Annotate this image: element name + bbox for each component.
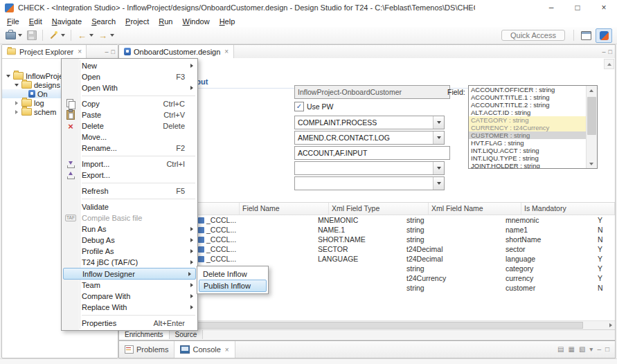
maximize-view-icon[interactable]: □	[605, 346, 609, 353]
menu-run[interactable]: Run	[154, 17, 177, 26]
field-listbox[interactable]: ACCOUNT.OFFICER : string ACCOUNT.TITLE.1…	[468, 85, 598, 169]
menu-item-open[interactable]: OpenF3	[62, 71, 197, 82]
forward-dropdown-icon[interactable]	[110, 34, 114, 37]
design-name-field[interactable]: InflowProject-OnboardCustomer	[294, 85, 450, 99]
close-button[interactable]: ×	[591, 0, 617, 15]
scrollbar-thumb[interactable]	[587, 97, 596, 135]
menu-item-refresh[interactable]: RefreshF5	[62, 185, 197, 197]
save-button[interactable]	[25, 29, 38, 42]
menu-item-new[interactable]: New	[62, 60, 197, 71]
quick-access-button[interactable]: Quick Access	[501, 30, 565, 41]
scroll-lock-icon[interactable]: ▦	[568, 346, 574, 353]
menu-edit[interactable]: Edit	[24, 17, 47, 26]
scroll-up-icon[interactable]	[587, 86, 596, 95]
field-list-item[interactable]: ACCOUNT.OFFICER : string	[469, 86, 587, 93]
menu-item-export[interactable]: Export...	[62, 170, 197, 181]
close-icon[interactable]: ×	[225, 346, 229, 354]
back-dropdown-icon[interactable]	[89, 34, 93, 37]
field-list-item[interactable]: INT.LIQU.TYPE : string	[469, 154, 587, 162]
field-list-item[interactable]: JOINT.HOLDER : string	[469, 162, 587, 168]
scroll-up-icon[interactable]	[604, 59, 614, 69]
menu-item-import[interactable]: Import...Ctrl+I	[62, 158, 197, 170]
twistie-collapsed-icon[interactable]	[13, 110, 19, 114]
process-combobox[interactable]: COMPLAINT.PROCESS	[294, 116, 445, 129]
tab-console[interactable]: Console ×	[174, 341, 235, 358]
menu-item-delete[interactable]: ×DeleteDelete	[62, 120, 197, 131]
twistie-expanded-icon[interactable]	[13, 84, 19, 87]
console-menu-icon[interactable]: ▾	[589, 346, 593, 353]
field-list-scrollbar[interactable]	[586, 86, 597, 168]
column-header-xml-field-type[interactable]: Xml Field Type	[329, 203, 429, 215]
chevron-down-icon[interactable]	[433, 116, 444, 129]
menu-item-run-as[interactable]: Run As	[62, 224, 197, 235]
back-button[interactable]: ←	[75, 29, 89, 42]
contact-log-combobox[interactable]: AMEND.CR.CONTACT.LOG	[294, 131, 445, 145]
column-header-is-mandatory[interactable]: Is Mandatory	[521, 203, 615, 215]
menu-item-copy[interactable]: CopyCtrl+C	[62, 98, 197, 109]
field-list-item-selected[interactable]: CUSTOMER : string	[469, 131, 587, 139]
menu-item-compare-with[interactable]: Compare With	[62, 291, 197, 302]
chevron-down-icon[interactable]	[433, 177, 444, 190]
menu-item-team[interactable]: Team	[62, 280, 197, 291]
minimize-view-icon[interactable]: –	[602, 48, 606, 55]
close-icon[interactable]: ×	[224, 48, 229, 55]
use-pw-checkbox[interactable]: ✓	[294, 102, 304, 111]
field-list-item[interactable]: CATEGORY : string	[469, 116, 587, 124]
design-perspective-button[interactable]	[596, 28, 612, 43]
menu-item-move[interactable]: Move...	[62, 131, 197, 143]
menu-item-validate[interactable]: Validate	[62, 201, 197, 212]
menu-window[interactable]: Window	[177, 17, 214, 26]
menu-item-replace-with[interactable]: Replace With	[62, 302, 197, 313]
menu-item-paste[interactable]: PasteCtrl+V	[62, 109, 197, 120]
menu-help[interactable]: Help	[215, 17, 240, 26]
menu-item-rename[interactable]: Rename...F2	[62, 143, 197, 154]
new-wizard-button[interactable]	[4, 29, 17, 42]
menu-file[interactable]: File	[2, 17, 24, 26]
menu-item-properties[interactable]: PropertiesAlt+Enter	[62, 318, 197, 329]
clear-console-icon[interactable]: ▤	[557, 346, 564, 353]
maximize-button[interactable]: □	[564, 0, 591, 15]
scroll-down-icon[interactable]	[587, 159, 596, 168]
chevron-down-icon[interactable]	[433, 131, 444, 144]
twistie-collapsed-icon[interactable]	[13, 101, 19, 105]
maximize-view-icon[interactable]: □	[111, 48, 115, 55]
menu-item-inflow-designer[interactable]: Inflow Designer	[63, 268, 196, 280]
chevron-down-icon[interactable]	[433, 162, 444, 174]
menu-item-debug-as[interactable]: Debug As	[62, 235, 197, 246]
menu-navigate[interactable]: Navigate	[47, 17, 87, 26]
minimize-view-icon[interactable]: –	[105, 48, 109, 55]
menu-project[interactable]: Project	[120, 17, 154, 26]
external-tools-button[interactable]	[47, 29, 60, 42]
minimize-button[interactable]: –	[538, 0, 564, 15]
tab-problems[interactable]: Problems	[119, 341, 174, 358]
column-header-field-name[interactable]: Field Name	[240, 203, 329, 215]
menu-item-open-with[interactable]: Open With	[62, 82, 197, 93]
close-icon[interactable]: ×	[78, 48, 82, 55]
field-list-item[interactable]: ALT.ACCT.ID : string	[469, 109, 587, 116]
field-list-item[interactable]: HVT.FLAG : string	[469, 139, 587, 147]
field-list-item[interactable]: ACCOUNT.TITLE.1 : string	[469, 93, 587, 101]
forward-button[interactable]: →	[96, 29, 109, 42]
open-perspective-button[interactable]	[578, 28, 594, 43]
account-version-field[interactable]: ACCOUNT,AF.INPUT	[294, 146, 450, 160]
external-tools-dropdown-icon[interactable]	[61, 34, 65, 37]
tab-onboardcustomer-design[interactable]: OnboardCustomer.design ×	[119, 45, 234, 58]
menu-search[interactable]: Search	[87, 17, 120, 26]
new-wizard-dropdown-icon[interactable]	[18, 34, 22, 37]
column-header-xml-field-name[interactable]: Xml Field Name	[429, 203, 521, 215]
empty-combobox-2[interactable]	[294, 176, 445, 190]
tab-project-explorer[interactable]: Project Explorer ×	[2, 45, 87, 58]
tab-enrichments[interactable]: Enrichments	[119, 330, 170, 339]
empty-combobox-1[interactable]	[294, 161, 445, 175]
menu-item-t24-jbc[interactable]: T24 jBC (TAF/C)	[62, 257, 197, 268]
menu-item-delete-inflow[interactable]: Delete Inflow	[197, 268, 268, 280]
field-list-item[interactable]: ACCOUNT.TITLE.2 : string	[469, 101, 587, 109]
minimize-view-icon[interactable]: –	[597, 346, 601, 353]
menu-item-publish-inflow[interactable]: Publish Inflow	[199, 280, 267, 292]
scroll-right-icon[interactable]	[606, 321, 615, 329]
tab-source[interactable]: Source	[170, 330, 204, 339]
menu-item-profile-as[interactable]: Profile As	[62, 246, 197, 257]
pin-console-icon[interactable]: ▧	[579, 346, 585, 353]
maximize-view-icon[interactable]: □	[609, 48, 612, 55]
field-list-item[interactable]: INT.LIQU.ACCT : string	[469, 147, 587, 154]
